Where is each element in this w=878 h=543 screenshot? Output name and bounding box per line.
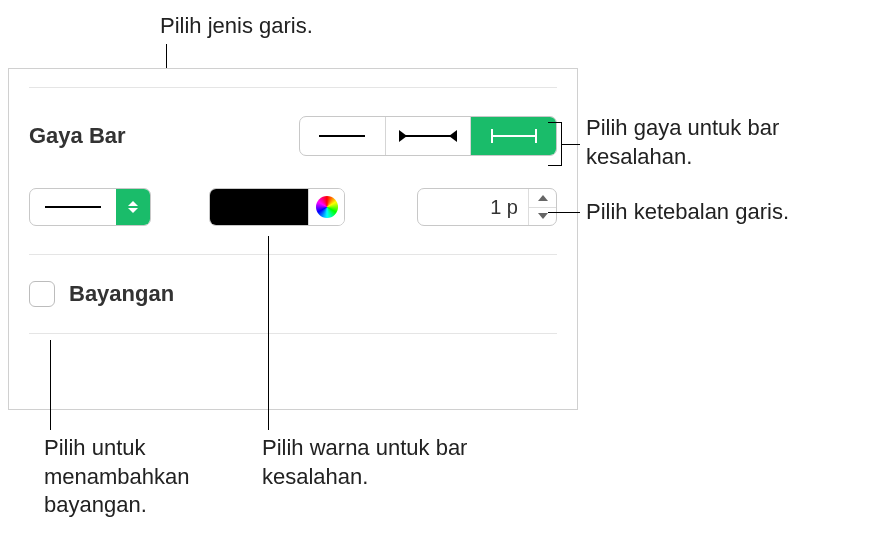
shadow-checkbox-label: Bayangan	[69, 281, 174, 307]
bracket	[548, 122, 562, 166]
popup-chevrons-icon	[116, 189, 150, 225]
format-panel: Gaya Bar	[8, 68, 578, 410]
chevron-up-icon	[538, 195, 548, 201]
callout-leader	[268, 236, 269, 430]
callout-color: Pilih warna untuk bar kesalahan.	[262, 434, 482, 491]
callout-thickness: Pilih ketebalan garis.	[586, 198, 876, 227]
callout-leader	[50, 340, 51, 430]
callout-line-type: Pilih jenis garis.	[160, 12, 313, 41]
line-thickness-stepper: 1 p	[417, 188, 557, 226]
shadow-checkbox[interactable]	[29, 281, 55, 307]
line-caps-icon	[491, 135, 537, 137]
line-arrows-icon	[405, 135, 451, 137]
callout-shadow: Pilih untuk menambahkan bayangan.	[44, 434, 224, 520]
bar-style-row: Gaya Bar	[9, 88, 577, 174]
stepper-up-button[interactable]	[529, 189, 556, 208]
line-color-control	[209, 188, 345, 226]
bar-style-arrows[interactable]	[386, 117, 472, 155]
bar-style-plain[interactable]	[300, 117, 386, 155]
callout-bar-style: Pilih gaya untuk bar kesalahan.	[586, 114, 866, 171]
bar-style-segmented	[299, 116, 557, 156]
shadow-row: Bayangan	[9, 255, 577, 333]
solid-line-icon	[45, 206, 101, 208]
line-type-preview	[30, 206, 116, 208]
bar-style-caps[interactable]	[471, 117, 556, 155]
callout-leader	[562, 144, 580, 145]
color-wheel-button[interactable]	[308, 189, 344, 225]
callout-leader	[548, 212, 580, 213]
color-wheel-icon	[316, 196, 338, 218]
color-swatch[interactable]	[210, 189, 308, 225]
stepper	[528, 189, 556, 225]
line-icon	[319, 135, 365, 137]
line-controls-row: 1 p	[9, 174, 577, 254]
section-label-bar-style: Gaya Bar	[29, 123, 126, 149]
stepper-down-button[interactable]	[529, 208, 556, 226]
line-thickness-value[interactable]: 1 p	[418, 196, 528, 219]
line-type-popup[interactable]	[29, 188, 151, 226]
chevron-down-icon	[538, 213, 548, 219]
